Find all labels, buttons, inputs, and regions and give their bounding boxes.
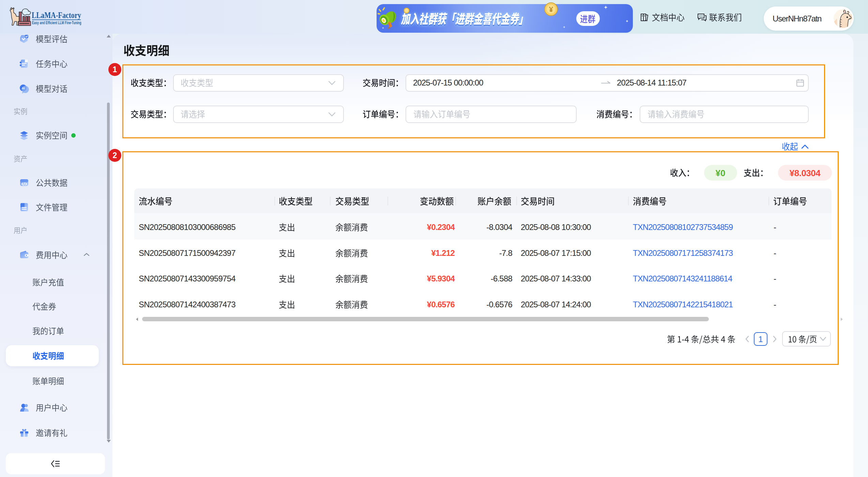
svg-text:AI: AI: [21, 86, 25, 90]
